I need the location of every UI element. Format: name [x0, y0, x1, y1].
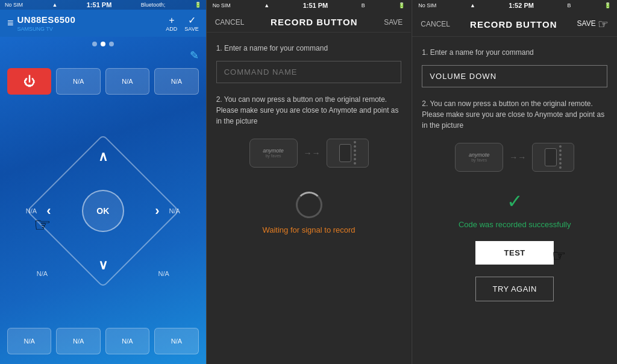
chevron-left-icon: ‹: [46, 203, 51, 219]
checkmark-icon: ✓: [184, 14, 198, 26]
step1-label-2: 1. Enter a name for your command: [216, 43, 402, 54]
cancel-button-3[interactable]: CANCEL: [421, 20, 450, 28]
try-again-button[interactable]: TRY AGAIN: [475, 277, 554, 301]
device-name: UN88ES6500: [17, 14, 76, 25]
ir-arrow-3: →→: [509, 152, 526, 162]
cancel-button-2[interactable]: CANCEL: [215, 18, 245, 27]
status-bar-2: No SIM ▲ 1:51 PM B 🔋: [207, 0, 412, 11]
remote-dots-3: [559, 145, 562, 169]
spinner-container: Waiting for signal to record: [216, 192, 402, 234]
nav-label-br: N/A: [158, 270, 169, 277]
bottom-btn-1[interactable]: N/A: [56, 328, 100, 354]
bottom-btn-2-label: N/A: [122, 337, 133, 345]
brand-name: SAMSUNG TV: [17, 26, 76, 32]
signal-1: ▲: [52, 2, 57, 8]
time-1: 1:51 PM: [87, 1, 112, 8]
remote-device-3: [532, 143, 574, 172]
bottom-btn-0-label: N/A: [24, 337, 35, 345]
carrier-1: No SIM: [5, 2, 23, 8]
rdot-3: [354, 149, 356, 152]
bottom-btn-0[interactable]: N/A: [7, 328, 51, 354]
carrier-3: No SIM: [418, 2, 436, 8]
bottom-btn-1-label: N/A: [73, 337, 84, 345]
quick-btn-2-label: N/A: [122, 78, 133, 85]
anymote-logo-2: anymote by faves: [249, 139, 298, 168]
menu-icon[interactable]: ≡: [7, 17, 14, 30]
step2-label-3: 2. You can now press a button on the ori…: [422, 98, 607, 131]
bluetooth-1: Bluetooth;: [141, 2, 166, 8]
ok-button[interactable]: OK: [82, 190, 124, 232]
rdot-1: [354, 141, 356, 143]
bottom-btn-2[interactable]: N/A: [105, 328, 149, 354]
time-3: 1:52 PM: [509, 2, 534, 9]
quick-btn-3[interactable]: N/A: [154, 68, 198, 95]
quick-buttons-row: ⏻ N/A N/A N/A: [0, 64, 206, 98]
record-title-2: RECORD BUTTON: [271, 17, 357, 27]
edit-icon[interactable]: ✎: [190, 49, 199, 62]
nav-label-right: N/A: [169, 207, 180, 215]
anymote-sub-3: by faves: [471, 158, 487, 162]
signal-2: ▲: [264, 2, 269, 8]
volume-down-input[interactable]: [422, 65, 607, 87]
anymote-sub-2: by faves: [265, 154, 281, 158]
test-button-container: TEST ☞: [475, 241, 554, 271]
chevron-up-icon: ∧: [98, 149, 108, 165]
quick-btn-1-label: N/A: [73, 78, 84, 85]
bluetooth-2: B: [362, 2, 365, 8]
nav-left-button[interactable]: ‹: [37, 199, 61, 223]
rdot-e: [559, 162, 562, 165]
time-2: 1:51 PM: [303, 2, 328, 9]
battery-1: 🔋: [195, 2, 201, 8]
record-panel-waiting: No SIM ▲ 1:51 PM B 🔋 CANCEL RECORD BUTTO…: [206, 0, 412, 364]
nav-right-button[interactable]: ›: [145, 199, 169, 223]
remote-title-left: ≡ UN88ES6500 SAMSUNG TV: [7, 14, 75, 32]
nav-diamond-container: N/A N/A N/A N/A ∧ ∨ ‹: [0, 104, 206, 317]
dot-3: [109, 42, 114, 46]
nav-down-button[interactable]: ∨: [91, 253, 115, 277]
battery-3: 🔋: [604, 2, 611, 8]
step2-label-2: 2. You can now press a button on the ori…: [216, 94, 402, 127]
record-panel-success: No SIM ▲ 1:52 PM B 🔋 CANCEL RECORD BUTTO…: [412, 0, 617, 364]
anymote-text-3: anymote: [469, 152, 490, 158]
bottom-btn-3-label: N/A: [171, 337, 182, 345]
add-label: ADD: [166, 26, 177, 32]
anymote-logo-3: anymote by faves: [455, 143, 503, 172]
test-button[interactable]: TEST: [475, 241, 554, 265]
page-dots: [0, 37, 206, 49]
rdot-5: [354, 158, 356, 160]
success-text: Code was recorded successfully: [422, 220, 607, 229]
ir-arrow-2: →→: [304, 148, 321, 158]
ok-label: OK: [96, 206, 109, 216]
dot-1: [92, 42, 97, 46]
add-button[interactable]: + ADD: [166, 15, 177, 32]
hand-cursor-3: ☞: [552, 246, 566, 265]
power-button[interactable]: ⏻: [7, 68, 51, 95]
waiting-text: Waiting for signal to record: [262, 225, 355, 234]
bottom-buttons-row: N/A N/A N/A N/A: [0, 323, 206, 364]
nav-up-button[interactable]: ∧: [91, 145, 115, 169]
quick-btn-1[interactable]: N/A: [56, 68, 100, 95]
remote-body-2: [339, 144, 351, 162]
quick-btn-2[interactable]: N/A: [105, 68, 149, 95]
chevron-down-icon: ∨: [98, 257, 108, 273]
record-body-3: 1. Enter a name for your command 2. You …: [412, 37, 617, 364]
bottom-btn-3[interactable]: N/A: [154, 328, 198, 354]
save-button-2[interactable]: SAVE: [384, 18, 402, 27]
rdot-6: [354, 162, 356, 165]
rdot-c: [559, 154, 562, 156]
carrier-2: No SIM: [213, 2, 231, 8]
save-button-3[interactable]: SAVE ☞: [577, 17, 609, 31]
rdot-2: [354, 145, 356, 148]
bluetooth-3: B: [567, 2, 571, 8]
remote-dots-2: [354, 141, 356, 165]
rdot-4: [354, 154, 356, 156]
remote-device-2: [327, 139, 369, 168]
command-name-input[interactable]: [216, 61, 402, 83]
rdot-a: [559, 145, 562, 148]
status-bar-1: No SIM ▲ 1:51 PM Bluetooth; 🔋: [0, 0, 206, 10]
record-body-2: 1. Enter a name for your command 2. You …: [207, 33, 412, 364]
anymote-text-2: anymote: [263, 148, 284, 154]
status-bar-3: No SIM ▲ 1:52 PM B 🔋: [412, 0, 617, 11]
save-button[interactable]: ✓ SAVE: [184, 14, 198, 32]
dot-2: [101, 42, 105, 46]
